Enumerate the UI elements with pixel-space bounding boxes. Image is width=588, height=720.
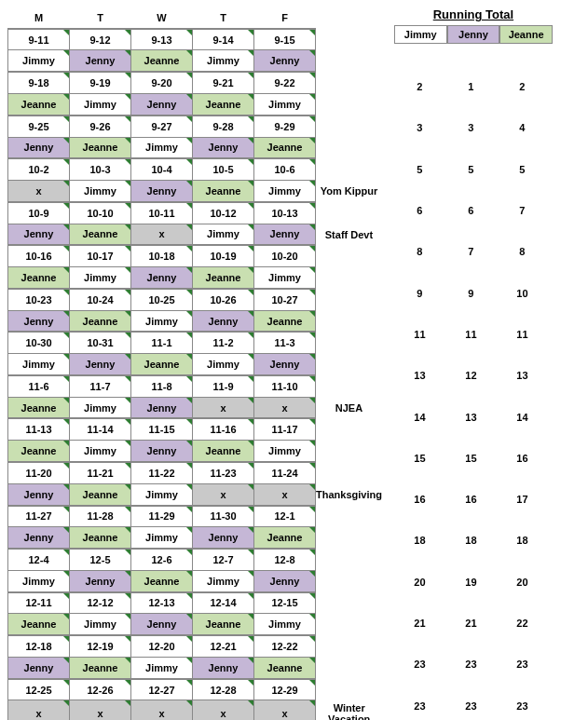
- assignment-cell: Jeanne: [8, 267, 70, 289]
- week-note: Yom Kippur: [316, 181, 383, 202]
- running-total-row: 878: [394, 231, 553, 272]
- date-cell: 10-5: [193, 158, 254, 180]
- date-cell: 9-29: [254, 115, 316, 137]
- date-cell: 10-10: [70, 202, 131, 224]
- running-total-value: 7: [445, 246, 497, 257]
- week-note: NJEA: [316, 397, 383, 418]
- assignment-cell: Jenny: [193, 310, 254, 332]
- date-cell: 10-30: [8, 332, 70, 353]
- running-total-row: 111111: [394, 314, 553, 355]
- assignment-cell: Jimmy: [193, 224, 254, 245]
- running-total-value: 16: [394, 494, 445, 505]
- running-total-value: 14: [497, 412, 548, 423]
- rt-head-jenny: Jenny: [447, 25, 500, 44]
- assignment-cell: Jimmy: [70, 181, 131, 202]
- date-cell: 9-21: [193, 72, 254, 93]
- running-total-value: 22: [497, 618, 548, 629]
- assignment-cell: Jimmy: [8, 570, 70, 591]
- date-cell: 11-16: [193, 418, 254, 440]
- week-note: [316, 267, 383, 289]
- running-total-row: 232323: [394, 685, 553, 720]
- running-total-value: 17: [497, 494, 548, 505]
- running-total-value: 18: [394, 535, 445, 546]
- running-total-section: Running Total Jimmy Jenny Jeanne 2123345…: [394, 7, 553, 720]
- running-total-value: 23: [394, 659, 445, 670]
- running-total-value: 15: [445, 453, 497, 464]
- running-total-value: 6: [394, 205, 445, 216]
- running-total-value: 23: [497, 659, 548, 670]
- assignment-cell: Jenny: [70, 50, 131, 72]
- date-cell: 9-15: [254, 29, 316, 50]
- date-cell: 10-19: [193, 245, 254, 266]
- assignment-cell: Jeanne: [131, 570, 193, 591]
- assignment-cell: Jenny: [70, 570, 131, 591]
- assignment-cell: Jimmy: [8, 50, 70, 72]
- assignment-cell: x: [193, 397, 254, 418]
- weekday-header: F: [254, 7, 316, 29]
- running-total-row: 212: [394, 66, 553, 107]
- assignment-cell: x: [131, 700, 193, 720]
- date-cell: 11-14: [70, 418, 131, 440]
- assignment-cell: Jenny: [8, 137, 70, 158]
- date-cell: 12-26: [70, 679, 131, 700]
- assignment-cell: Jenny: [193, 527, 254, 549]
- date-cell: 10-18: [131, 245, 193, 266]
- assignment-cell: Jeanne: [70, 657, 131, 678]
- date-cell: 10-12: [193, 202, 254, 224]
- date-cell: 9-28: [193, 115, 254, 137]
- assignment-cell: Jeanne: [70, 137, 131, 158]
- date-cell: 12-7: [193, 549, 254, 570]
- assignment-cell: Jeanne: [254, 657, 316, 678]
- running-total-body: 2123345556678789910111111131213141314151…: [394, 66, 553, 720]
- date-cell: 12-19: [70, 635, 131, 657]
- running-total-row: 151516: [394, 438, 553, 479]
- assignment-cell: Jimmy: [131, 527, 193, 549]
- date-cell: 12-6: [131, 549, 193, 570]
- assignment-cell: Jimmy: [70, 441, 131, 462]
- running-total-value: 15: [394, 453, 445, 464]
- date-cell: 9-19: [70, 72, 131, 93]
- weekday-header: T: [70, 7, 131, 29]
- assignment-cell: Jeanne: [254, 527, 316, 549]
- running-total-value: 23: [394, 700, 445, 712]
- assignment-cell: Jenny: [131, 181, 193, 202]
- date-cell: 12-8: [254, 549, 316, 570]
- running-total-value: 11: [497, 329, 548, 340]
- weekday-header: W: [131, 7, 193, 29]
- date-cell: 10-13: [254, 202, 316, 224]
- date-cell: 10-16: [8, 245, 70, 266]
- assignment-cell: Jenny: [254, 570, 316, 591]
- date-cell: 12-18: [8, 635, 70, 657]
- assignment-cell: Jimmy: [254, 441, 316, 462]
- running-total-value: 5: [497, 164, 548, 175]
- date-cell: 12-22: [254, 635, 316, 657]
- assignment-cell: Jimmy: [131, 657, 193, 678]
- assignment-cell: x: [8, 181, 70, 202]
- assignment-cell: x: [193, 700, 254, 720]
- date-cell: 12-12: [70, 592, 131, 614]
- date-cell: 12-1: [254, 506, 316, 527]
- running-total-value: 8: [394, 246, 445, 257]
- running-total-row: 181818: [394, 520, 553, 561]
- date-cell: 12-4: [8, 549, 70, 570]
- date-cell: 10-24: [70, 289, 131, 310]
- assignment-cell: x: [70, 700, 131, 720]
- assignment-cell: Jenny: [8, 310, 70, 332]
- week-note: [316, 93, 383, 115]
- date-cell: 11-7: [70, 375, 131, 397]
- running-total-value: 11: [394, 329, 445, 340]
- assignment-cell: Jeanne: [193, 614, 254, 635]
- date-cell: 10-2: [8, 158, 70, 180]
- date-cell: 10-20: [254, 245, 316, 266]
- assignment-cell: Jimmy: [131, 483, 193, 505]
- assignment-cell: Jimmy: [254, 614, 316, 635]
- running-total-value: 21: [445, 618, 497, 629]
- date-cell: 11-8: [131, 375, 193, 397]
- running-total-value: 21: [394, 618, 445, 629]
- assignment-cell: Jenny: [70, 354, 131, 375]
- running-total-value: 1: [445, 81, 497, 92]
- running-total-value: 2: [497, 81, 548, 92]
- week-note: Winter Vacation: [316, 700, 383, 720]
- running-total-value: 13: [445, 412, 497, 423]
- assignment-cell: x: [193, 483, 254, 505]
